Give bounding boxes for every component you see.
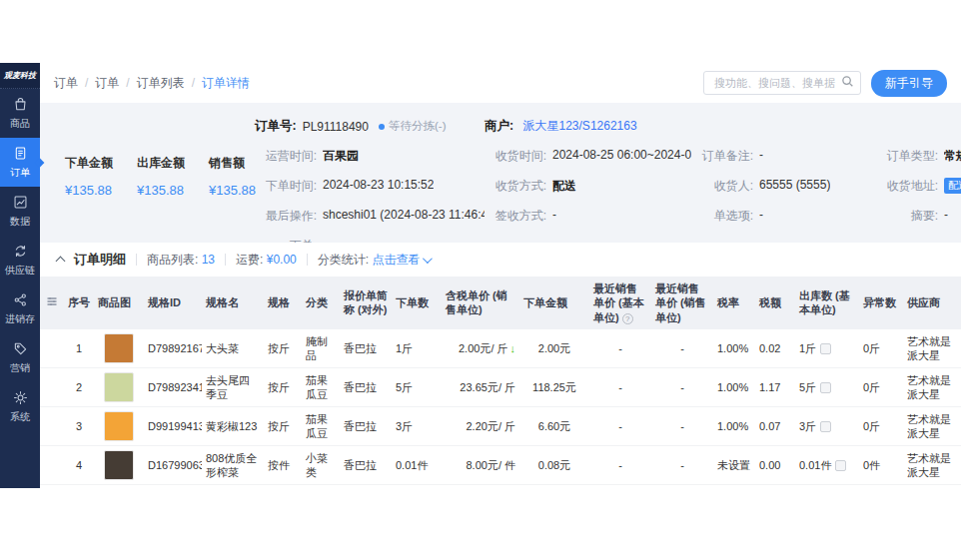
outbound-edit-icon[interactable] [835,460,846,471]
divider [225,254,226,266]
cell-outbound-qty: 1斤 [795,485,859,488]
info-circle-icon[interactable]: ? [622,313,633,324]
category-stats-link[interactable]: 点击查看 [372,252,420,269]
cell-category: 腌制品 [302,329,340,368]
cell-abnormal-qty: 0斤 [859,329,903,368]
inventory-share-icon [13,292,28,309]
column-header: 分类 [302,277,340,329]
beginner-guide-button[interactable]: 新手引导 [871,70,947,97]
column-header: 含税单价 (销售单位) [442,277,519,329]
cell-category: 茄果瓜豆 [302,368,340,407]
cell-abnormal-qty: 0斤 [859,368,903,407]
cell-tax-price: 23.65元/ 斤 [442,368,519,407]
cell-tax-rate: 1.00% [713,329,755,368]
sidebar-item-system[interactable]: 系统 [0,382,40,431]
cell-seq: 5 [64,485,94,488]
breadcrumb-orders-sub[interactable]: 订单 [95,75,136,92]
sidebar: 观麦科技 商品 订单 数据 供应链 进销存 营销 系统 [0,63,40,488]
column-header: 报价单简称 (对外) [340,277,392,329]
cell-order-qty: 1斤 [392,329,442,368]
cell-quote-name: 香巴拉 [340,407,392,446]
product-image [94,446,144,485]
cell-tax-price: 8.00元/ 件 [442,446,519,485]
cell-order-amount: 2.00元 [519,329,589,368]
settings-gear-icon [13,390,28,407]
delivery-badge: 配送 [944,178,961,194]
chevron-down-icon[interactable] [423,254,433,264]
cell-tax-price: 2.20元/ 斤 [442,407,519,446]
global-search[interactable] [703,71,861,95]
order-info: 订单号: PL91118490 等待分拣(-) 商户: 派大星123/S1262… [230,103,961,243]
supply-chain-icon [13,244,28,261]
cell-category: 小菜类 [302,446,340,485]
outbound-edit-icon[interactable] [820,382,831,393]
goods-list-label: 商品列表: [147,252,198,269]
table-row: 1D79892167大头菜按斤腌制品香巴拉1斤2.00元/ 斤↓2.00元--1… [40,329,961,368]
cell-unit: 按斤 [264,329,302,368]
sidebar-item-data[interactable]: 数据 [0,187,40,236]
cell-recent-base: - [589,329,651,368]
cell-quote-name: 香巴拉 [340,485,392,488]
column-header: 最近销售单价 (销售单位) [651,277,713,329]
merchant-link[interactable]: 派大星123/S1262163 [523,119,637,133]
breadcrumb-order-list[interactable]: 订单列表 [137,75,202,92]
main-content: 订单 订单 订单列表 订单详情 新手引导 下单金额 ¥135.88 出库金额 ¥… [40,63,961,488]
collapse-chevron-icon[interactable] [56,255,66,265]
sidebar-item-label: 数据 [10,215,30,229]
cell-tax-rate: 未设置 [713,485,755,488]
order-number-label: 订单号: [255,118,297,135]
column-header: 出库数 (基本单位) [795,277,859,329]
metric-label: 下单金额 [65,155,113,172]
outbound-edit-icon[interactable] [820,421,831,432]
cell-recent-base: - [589,485,651,488]
cell-seq: 1 [64,329,94,368]
column-header: 税率 [713,277,755,329]
cell-seq: 2 [64,368,94,407]
cell-recent-sale: - [651,446,713,485]
cell-tax-rate: 1.00% [713,368,755,407]
cell-spec-id: D167990631 [144,446,202,485]
cell-row-settings [40,446,64,485]
product-image[interactable] [104,450,134,480]
cell-supplier: 艺术就是派大星 [903,485,961,488]
column-header: 序号 [64,277,94,329]
cell-tax-price: 2.00元/ 斤↓ [442,329,519,368]
cell-row-settings [40,407,64,446]
cell-unit: 按斤 [264,485,302,488]
column-settings-icon[interactable] [40,277,64,329]
table-row: 3D99199413黄彩椒123按斤茄果瓜豆香巴拉3斤2.20元/ 斤6.60元… [40,407,961,446]
column-header: 异常数 [859,277,903,329]
field-receive-method: 收货方式:配送 [484,178,691,195]
sidebar-item-marketing[interactable]: 营销 [0,333,40,382]
product-image [94,407,144,446]
search-input[interactable] [712,76,841,90]
sidebar-item-orders[interactable]: 订单 [0,138,40,187]
cell-order-qty: 1斤 [392,485,442,488]
metric-label: 出库金额 [137,155,185,172]
cell-tax-amount: 0.00 [755,485,795,488]
order-number-row: 订单号: PL91118490 等待分拣(-) 商户: 派大星123/S1262… [255,118,961,135]
cell-outbound-qty: 1斤 [795,329,859,368]
cell-outbound-qty: 0.01件 [795,446,859,485]
metric-outbound-amount: 出库金额 ¥135.88 [137,155,185,243]
sidebar-item-label: 商品 [10,117,30,131]
product-image[interactable] [104,372,134,402]
cell-tax-price: 8.00元/ 斤 [442,485,519,488]
sidebar-item-supply-chain[interactable]: 供应链 [0,236,40,284]
order-items-table: 序号商品图规格ID规格名规格分类报价单简称 (对外)下单数含税单价 (销售单位)… [40,277,961,488]
product-image[interactable] [104,333,134,363]
search-icon[interactable] [841,74,854,92]
cell-recent-sale: - [651,368,713,407]
outbound-edit-icon[interactable] [820,343,831,354]
divider [136,254,137,266]
table-row: 2D79892341去头尾四季豆按斤茄果瓜豆香巴拉5斤23.65元/ 斤118.… [40,368,961,407]
cell-recent-base: - [589,407,651,446]
sidebar-item-inventory[interactable]: 进销存 [0,284,40,333]
product-image[interactable] [104,411,134,441]
table-row: 5D1978616D腱肉按斤肉类香巴拉1斤8.00元/ 斤8.00元--未设置0… [40,485,961,488]
cell-order-amount: 118.25元 [519,368,589,407]
cell-recent-base: - [589,368,651,407]
breadcrumb-orders[interactable]: 订单 [54,75,95,92]
cell-spec-name: D腱肉 [202,485,264,488]
sidebar-item-goods[interactable]: 商品 [0,89,40,138]
